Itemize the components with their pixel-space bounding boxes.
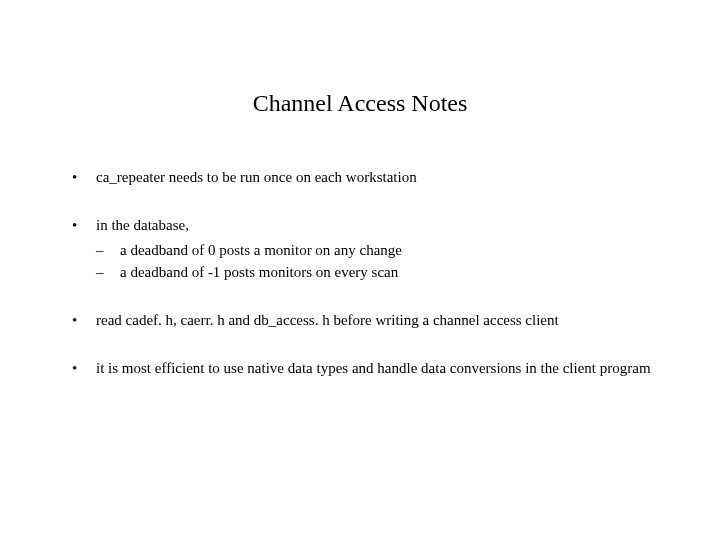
bullet-text: read cadef. h, caerr. h and db_access. h… [96, 310, 660, 330]
bullet-item: • it is most efficient to use native dat… [72, 358, 660, 378]
bullet-marker-icon: • [72, 310, 96, 330]
dash-marker-icon: – [96, 240, 120, 260]
bullet-item: • ca_repeater needs to be run once on ea… [72, 167, 660, 187]
sub-bullet-text: a deadband of 0 posts a monitor on any c… [120, 240, 660, 260]
bullet-marker-icon: • [72, 358, 96, 378]
bullet-text: it is most efficient to use native data … [96, 358, 660, 378]
bullet-marker-icon: • [72, 215, 96, 235]
sub-bullet-item: – a deadband of 0 posts a monitor on any… [96, 240, 660, 260]
bullet-marker-icon: • [72, 167, 96, 187]
bullet-group: • in the database, – a deadband of 0 pos… [72, 215, 660, 282]
slide: Channel Access Notes • ca_repeater needs… [0, 90, 720, 540]
bullet-item: • in the database, [72, 215, 660, 235]
bullet-text: ca_repeater needs to be run once on each… [96, 167, 660, 187]
bullet-text: in the database, [96, 215, 660, 235]
slide-title: Channel Access Notes [0, 90, 720, 117]
sub-bullet-item: – a deadband of -1 posts monitors on eve… [96, 262, 660, 282]
slide-body: • ca_repeater needs to be run once on ea… [72, 167, 660, 379]
sub-bullet-text: a deadband of -1 posts monitors on every… [120, 262, 660, 282]
dash-marker-icon: – [96, 262, 120, 282]
bullet-item: • read cadef. h, caerr. h and db_access.… [72, 310, 660, 330]
